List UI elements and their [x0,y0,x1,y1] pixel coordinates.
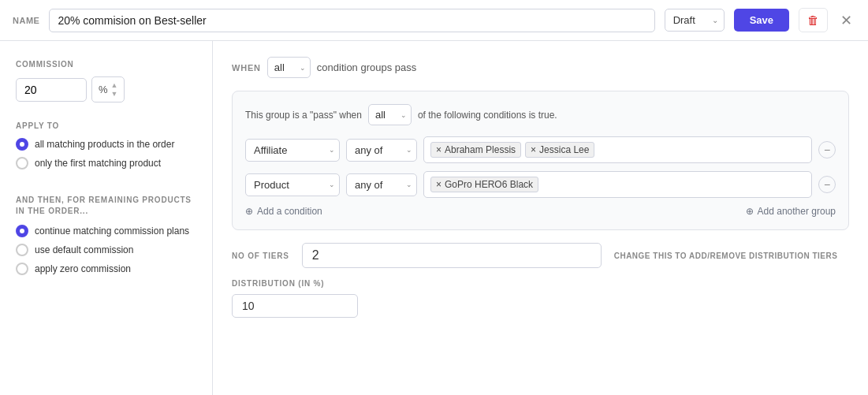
distribution-input[interactable] [232,294,358,318]
draft-select[interactable]: Draft Active [665,9,725,32]
apply-zero-radio[interactable]: apply zero commission [16,263,196,275]
condition-row-affiliate: Affiliate Product Order ⌄ any of all of … [245,136,836,163]
when-text: condition groups pass [317,61,416,73]
product-type-wrapper: Affiliate Product Order ⌄ [245,173,340,196]
tag-gopro[interactable]: × GoPro HERO6 Black [430,177,538,192]
plus-circle-icon: ⊕ [245,206,253,217]
name-label: NAME [13,16,39,25]
save-button[interactable]: Save [734,9,789,32]
commission-input[interactable] [16,78,87,102]
apply-to-first-radio[interactable]: only the first matching product [16,157,196,170]
apply-to-label: APPLY TO [16,121,196,130]
delete-button[interactable]: 🗑 [799,8,828,32]
commission-stepper[interactable]: ▲ ▼ [111,81,118,98]
apply-to-all-label: all matching products in the order [35,139,174,150]
percent-symbol: % [99,84,108,95]
commission-label: COMMISSION [16,60,196,69]
tiers-input[interactable] [302,243,602,268]
draft-select-wrapper: Draft Active ⌄ [665,9,725,32]
minus-icon: − [824,178,830,191]
tag-label: GoPro HERO6 Black [445,179,533,190]
condition-actions: ⊕ Add a condition ⊕ Add another group [245,206,836,217]
product-tags-box[interactable]: × GoPro HERO6 Black [423,171,812,198]
use-default-label: use default commission [35,244,133,255]
apply-zero-label: apply zero commission [35,263,131,274]
affiliate-tags-box[interactable]: × Abraham Plessis × Jessica Lee [423,136,812,163]
close-button[interactable]: ✕ [837,9,855,32]
minus-icon: − [824,143,830,156]
product-operator-select[interactable]: any of all of none of [346,173,417,196]
add-condition-button[interactable]: ⊕ Add a condition [245,206,322,217]
tag-label: Abraham Plessis [445,144,516,155]
distribution-section: DISTRIBUTION (IN %) [232,279,849,318]
radio-all-indicator [16,138,28,151]
affiliate-type-wrapper: Affiliate Product Order ⌄ [245,139,340,162]
affiliate-operator-wrapper: any of all of none of ⌄ [346,139,417,162]
when-select-wrapper: all any ⌄ [267,57,311,78]
tag-x-icon: × [531,144,536,155]
affiliate-type-select[interactable]: Affiliate Product Order [245,139,340,162]
tag-x-icon: × [436,144,441,155]
continue-matching-label: continue matching commission plans [35,225,189,237]
continue-matching-radio[interactable]: continue matching commission plans [16,225,196,237]
and-then-label: AND THEN, FOR REMAINING PRODUCTS IN THE … [16,195,196,217]
radio-continue-indicator [16,225,28,237]
group-pass-select-wrapper: all any ⌄ [368,104,412,125]
apply-to-first-label: only the first matching product [35,158,161,169]
group-pass-select[interactable]: all any [368,104,412,125]
radio-default-indicator [16,244,28,256]
tag-abraham[interactable]: × Abraham Plessis [430,142,521,158]
apply-to-all-radio[interactable]: all matching products in the order [16,138,196,151]
tag-label: Jessica Lee [539,144,589,155]
trash-icon: 🗑 [807,13,819,27]
radio-first-indicator [16,157,28,170]
tiers-label: NO OF TIERS [232,252,289,260]
group-pass-text-after: of the following conditions is true. [418,110,557,121]
tiers-section: NO OF TIERS CHANGE THIS TO ADD/REMOVE DI… [232,243,849,268]
tag-x-icon: × [436,179,441,190]
tag-jessica[interactable]: × Jessica Lee [525,142,594,158]
name-input[interactable] [49,9,654,32]
affiliate-operator-select[interactable]: any of all of none of [346,139,417,162]
close-icon: ✕ [840,13,852,28]
product-operator-wrapper: any of all of none of ⌄ [346,173,417,196]
add-group-label: Add another group [758,206,836,217]
condition-group-box: This group is a "pass" when all any ⌄ of… [232,91,849,230]
use-default-radio[interactable]: use default commission [16,244,196,256]
when-label: WHEN [232,63,261,73]
remove-product-condition-button[interactable]: − [818,176,836,193]
add-group-plus-icon: ⊕ [746,206,754,217]
tiers-hint: CHANGE THIS TO ADD/REMOVE DISTRIBUTION T… [614,252,838,260]
percent-wrapper: % ▲ ▼ [91,76,125,102]
add-condition-label: Add a condition [257,206,322,217]
add-group-button[interactable]: ⊕ Add another group [746,206,836,217]
group-pass-text-before: This group is a "pass" when [245,110,362,121]
remove-affiliate-condition-button[interactable]: − [818,141,836,158]
distribution-label: DISTRIBUTION (IN %) [232,279,849,288]
radio-zero-indicator [16,263,28,275]
when-select[interactable]: all any [267,57,311,78]
condition-row-product: Affiliate Product Order ⌄ any of all of … [245,171,836,198]
product-type-select[interactable]: Affiliate Product Order [245,173,340,196]
